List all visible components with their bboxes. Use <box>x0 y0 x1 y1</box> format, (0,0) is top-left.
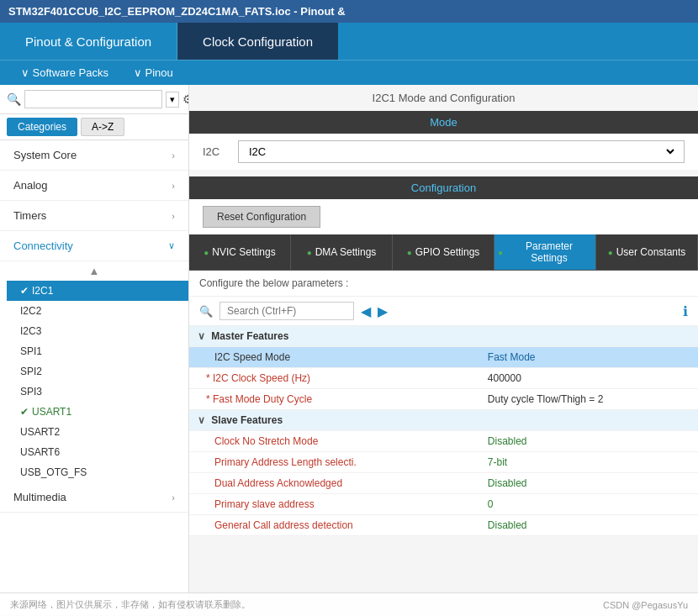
sidebar-item-usart6[interactable]: USART6 <box>7 442 188 462</box>
config-section-bar: Configuration <box>189 176 698 199</box>
sidebar-item-i2c2[interactable]: I2C2 <box>7 301 188 321</box>
param-value: Disabled <box>488 435 527 447</box>
dot-icon: ● <box>608 248 613 257</box>
sidebar-section-header-timers[interactable]: Timers › <box>0 201 188 230</box>
chevron-down-icon: ∨ <box>168 240 175 251</box>
chevron-right-icon: › <box>172 492 175 503</box>
params-table: ∨ Master Features I2C Speed Mode Fast Mo… <box>189 326 698 536</box>
table-row: Clock No Stretch Mode Disabled <box>189 431 698 452</box>
chevron-right-icon: › <box>172 181 175 191</box>
sidebar-item-spi1[interactable]: SPI1 <box>7 341 188 361</box>
chevron-right-icon: › <box>172 211 175 221</box>
mode-select[interactable]: I2C <box>238 140 685 163</box>
param-value: 0 <box>488 498 494 510</box>
mode-section-bar: Mode <box>189 111 698 134</box>
param-value: Duty cycle Tlow/Thigh = 2 <box>488 393 604 405</box>
sidebar-section-system-core: System Core › <box>0 140 188 171</box>
params-search-bar: 🔍 ◀ ▶ ℹ <box>189 297 698 326</box>
reset-btn-row: Reset Configuration <box>189 199 698 234</box>
tab-clock[interactable]: Clock Configuration <box>177 23 338 60</box>
top-nav: Pinout & Configuration Clock Configurati… <box>0 23 698 60</box>
sidebar-section-header-analog[interactable]: Analog › <box>0 171 188 200</box>
gear-icon[interactable]: ⚙ <box>182 92 189 106</box>
table-row: * Fast Mode Duty Cycle Duty cycle Tlow/T… <box>189 389 698 410</box>
param-name: I2C Speed Mode <box>214 351 290 363</box>
sidebar: 🔍 ▾ ⚙ Categories A->Z System Core › Anal… <box>0 85 189 615</box>
watermark: 来源网络，图片仅供展示，非存储，如有侵权请联系删除。 CSDN @Pegasus… <box>0 592 698 616</box>
title-bar: STM32F401CCU6_I2C_EEPROM_ZD24C1MA_FATS.i… <box>0 0 698 23</box>
dot-icon: ● <box>307 248 312 257</box>
check-icon: ✔ <box>20 285 29 297</box>
mode-row: I2C I2C <box>189 134 698 170</box>
sidebar-item-i2c3[interactable]: I2C3 <box>7 321 188 341</box>
chevron-right-icon: › <box>172 150 175 161</box>
param-value: Disabled <box>488 477 527 489</box>
tab-categories[interactable]: Categories <box>7 118 77 136</box>
content-area: I2C1 Mode and Configuration Mode I2C I2C… <box>189 85 698 615</box>
param-value: Disabled <box>488 519 527 531</box>
sidebar-search-row: 🔍 ▾ ⚙ <box>0 85 188 114</box>
watermark-left: 来源网络，图片仅供展示，非存储，如有侵权请联系删除。 <box>10 598 251 611</box>
sidebar-section-analog: Analog › <box>0 171 188 201</box>
tab-nvic-settings[interactable]: ● NVIC Settings <box>189 234 291 270</box>
mode-label: I2C <box>203 145 228 158</box>
sidebar-item-usb-otg-fs[interactable]: USB_OTG_FS <box>7 462 188 482</box>
tab-gpio-settings[interactable]: ● GPIO Settings <box>393 234 494 270</box>
sidebar-section-header-connectivity[interactable]: Connectivity ∨ <box>0 231 188 261</box>
tab-parameter-settings[interactable]: ● Parameter Settings <box>494 234 596 270</box>
connectivity-items: ✔ I2C1 I2C2 I2C3 SPI1 SPI2 SPI3 ✔ USART1 <box>0 281 188 482</box>
check-icon: ✔ <box>20 406 29 418</box>
watermark-right: CSDN @PegasusYu <box>603 600 688 610</box>
sidebar-section-timers: Timers › <box>0 201 188 231</box>
search-icon: 🔍 <box>199 305 213 318</box>
param-name: I2C Clock Speed (Hz) <box>213 372 310 384</box>
table-row: Dual Address Acknowledged Disabled <box>189 473 698 494</box>
search-icon: 🔍 <box>7 92 21 106</box>
chevron-down-icon: ∨ <box>198 414 208 426</box>
param-name: Fast Mode Duty Cycle <box>213 393 312 405</box>
tab-a-z[interactable]: A->Z <box>81 118 124 136</box>
params-area: Configure the below parameters : 🔍 ◀ ▶ ℹ… <box>189 271 698 536</box>
tab-dma-settings[interactable]: ● DMA Settings <box>291 234 393 270</box>
sub-nav: ∨ Software Packs ∨ Pinou <box>0 60 698 85</box>
dot-icon: ● <box>498 248 503 257</box>
sidebar-section-header-multimedia[interactable]: Multimedia › <box>0 482 188 512</box>
reset-config-button[interactable]: Reset Configuration <box>203 206 320 228</box>
tab-pinout[interactable]: Pinout & Configuration <box>0 23 177 60</box>
table-row: * I2C Clock Speed (Hz) 400000 <box>189 368 698 389</box>
param-value: 7-bit <box>488 456 507 468</box>
tab-user-constants[interactable]: ● User Constants <box>596 234 698 270</box>
i2c-mode-dropdown[interactable]: I2C <box>246 145 677 159</box>
sidebar-section-multimedia: Multimedia › <box>0 482 188 513</box>
scroll-up-arrow[interactable]: ▲ <box>0 261 188 281</box>
search-dropdown[interactable]: ▾ <box>166 92 179 108</box>
sidebar-item-usart2[interactable]: USART2 <box>7 422 188 442</box>
sidebar-item-i2c1[interactable]: ✔ I2C1 <box>7 281 188 301</box>
sidebar-tabs: Categories A->Z <box>0 114 188 140</box>
info-icon[interactable]: ℹ <box>683 303 688 319</box>
table-row: Primary Address Length selecti. 7-bit <box>189 452 698 473</box>
dot-icon: ● <box>407 248 412 257</box>
param-value: 400000 <box>488 372 521 384</box>
next-icon[interactable]: ▶ <box>378 303 388 319</box>
master-features-section-row: ∨ Master Features <box>189 326 698 347</box>
sidebar-section-header-system-core[interactable]: System Core › <box>0 140 188 170</box>
chevron-down-icon: ∨ <box>198 330 208 342</box>
table-row: General Call address detection Disabled <box>189 515 698 536</box>
sidebar-item-usart1[interactable]: ✔ USART1 <box>7 402 188 422</box>
sidebar-item-spi2[interactable]: SPI2 <box>7 361 188 382</box>
prev-icon[interactable]: ◀ <box>361 303 371 319</box>
title-text: STM32F401CCU6_I2C_EEPROM_ZD24C1MA_FATS.i… <box>8 5 346 18</box>
sidebar-item-spi3[interactable]: SPI3 <box>7 382 188 402</box>
sub-nav-software-packs[interactable]: ∨ Software Packs <box>8 66 121 79</box>
params-search-input[interactable] <box>219 302 354 320</box>
i2c-title: I2C1 Mode and Configuration <box>189 85 698 111</box>
main-layout: 🔍 ▾ ⚙ Categories A->Z System Core › Anal… <box>0 85 698 615</box>
sidebar-search-input[interactable] <box>24 90 162 108</box>
params-hint: Configure the below parameters : <box>189 271 698 297</box>
dot-icon: ● <box>204 248 209 257</box>
table-row: I2C Speed Mode Fast Mode <box>189 347 698 368</box>
param-value: Fast Mode <box>488 351 536 363</box>
table-row: Primary slave address 0 <box>189 494 698 515</box>
sub-nav-pinout[interactable]: ∨ Pinou <box>121 66 186 79</box>
